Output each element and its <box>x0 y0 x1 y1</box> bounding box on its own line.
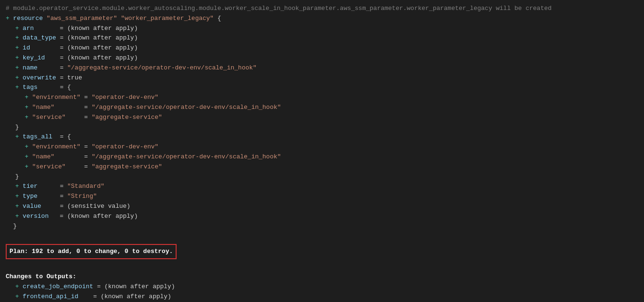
plan-line: Plan: 192 to add, 0 to change, 0 to dest… <box>6 241 638 262</box>
field-overwrite: + overwrite = true <box>6 73 638 83</box>
field-id: + id = (known after apply) <box>6 43 638 53</box>
resource-line: + resource "aws_ssm_parameter" "worker_p… <box>6 14 638 24</box>
resource-name: "worker_parameter_legacy" <box>121 14 214 24</box>
plan-label: Plan: 192 to add, 0 to change, 0 to dest… <box>10 248 173 255</box>
comment-hash: # module.operator_service.module.worker_… <box>6 4 552 14</box>
field-name: + name = "/aggregate-service/operator-de… <box>6 63 638 73</box>
tags-all-close: } <box>6 172 638 182</box>
tag-service: + "service" = "aggregate-service" <box>6 113 638 123</box>
blank-line-1 <box>6 231 638 241</box>
tag-name: + "name" = "/aggregate-service/operator-… <box>6 103 638 113</box>
output-create-job-endpoint: + create_job_endpoint = (known after app… <box>6 282 638 292</box>
field-tags-all-open: + tags_all = { <box>6 132 638 142</box>
tags-all-name: + "name" = "/aggregate-service/operator-… <box>6 152 638 162</box>
changes-header-text: Changes to Outputs: <box>6 272 76 282</box>
tags-close: } <box>6 123 638 133</box>
resource-close: } <box>6 222 638 232</box>
resource-keyword: resource <box>13 14 47 24</box>
tags-all-service: + "service" = "aggregate-service" <box>6 162 638 172</box>
blank-line-2 <box>6 262 638 272</box>
plan-box: Plan: 192 to add, 0 to change, 0 to dest… <box>6 244 177 259</box>
comment-line: # module.operator_service.module.worker_… <box>6 4 638 14</box>
field-data-type: + data_type = (known after apply) <box>6 33 638 43</box>
field-tier: + tier = "Standard" <box>6 182 638 192</box>
output-frontend-api-id: + frontend_api_id = (known after apply) <box>6 292 638 302</box>
field-key-id: + key_id = (known after apply) <box>6 53 638 63</box>
changes-header-line: Changes to Outputs: <box>6 272 638 282</box>
resource-type: "aws_ssm_parameter" <box>47 14 117 24</box>
tags-all-environment: + "environment" = "operator-dev-env" <box>6 142 638 152</box>
tag-environment: + "environment" = "operator-dev-env" <box>6 93 638 103</box>
field-arn: + arn = (known after apply) <box>6 24 638 34</box>
field-tags-open: + tags = { <box>6 83 638 93</box>
field-type: + type = "String" <box>6 192 638 202</box>
field-value: + value = (sensitive value) <box>6 202 638 212</box>
terminal-output: # module.operator_service.module.worker_… <box>0 0 644 302</box>
field-version: + version = (known after apply) <box>6 212 638 222</box>
plus-resource: + <box>6 14 13 24</box>
